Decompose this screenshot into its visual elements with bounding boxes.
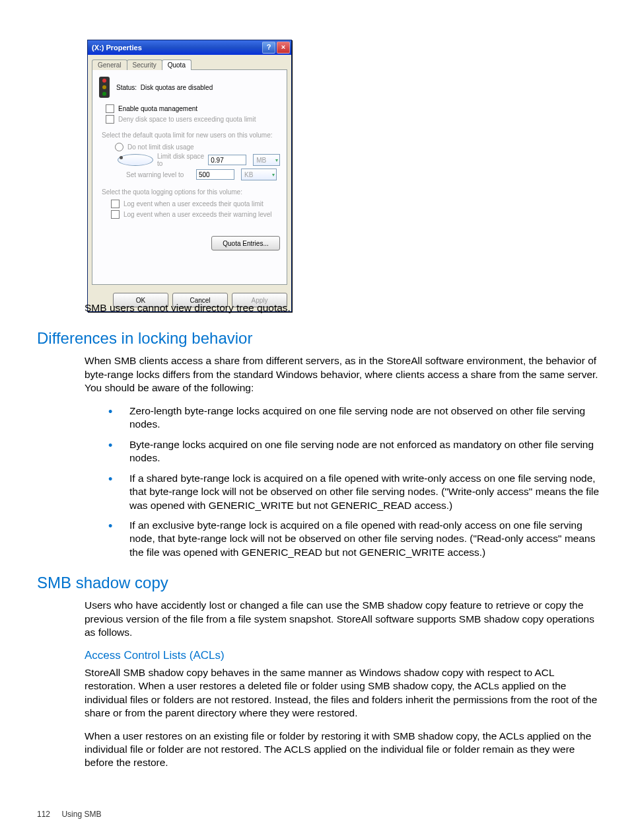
limit-unit-select[interactable]: MB ▾	[253, 154, 280, 166]
log-warn-checkbox[interactable]	[111, 210, 120, 219]
list-item: If a shared byte-range lock is acquired …	[108, 472, 604, 512]
limit-radio[interactable]	[118, 154, 153, 166]
select-logging-label: Select the quota logging options for thi…	[102, 188, 280, 196]
smb-note: SMB users cannot view directory tree quo…	[85, 301, 604, 315]
log-quota-label: Log event when a user exceeds their quot…	[123, 200, 263, 208]
footer-section: Using SMB	[61, 810, 101, 819]
log-quota-checkbox[interactable]	[111, 200, 120, 208]
page-number: 112	[37, 810, 50, 819]
diff-para: When SMB clients access a share from dif…	[85, 354, 604, 395]
select-default-label: Select the default quota limit for new u…	[102, 132, 280, 139]
properties-dialog: (X:) Properties ? × General Security Quo…	[87, 40, 292, 312]
acl-para-2: When a user restores on an existing file…	[85, 730, 604, 770]
window-title: (X:) Properties	[92, 44, 261, 52]
tab-security[interactable]: Security	[127, 59, 162, 70]
chevron-down-icon: ▾	[272, 172, 275, 178]
limit-unit-value: MB	[256, 157, 266, 164]
diff-bullets: Zero-length byte-range locks acquired on…	[108, 404, 604, 560]
heading-differences: Differences in locking behavior	[37, 329, 604, 348]
log-warn-label: Log event when a user exceeds their warn…	[123, 211, 272, 218]
warn-label: Set warning level to	[126, 171, 192, 178]
list-item: Byte-range locks acquired on one file se…	[108, 438, 604, 465]
tab-general[interactable]: General	[92, 59, 127, 70]
acl-para-1: StoreAll SMB shadow copy behaves in the …	[85, 666, 604, 720]
enable-quota-checkbox[interactable]	[106, 104, 114, 113]
close-button[interactable]: ×	[277, 42, 290, 54]
tab-strip: General Security Quota	[92, 59, 287, 70]
traffic-light-icon	[99, 77, 110, 98]
enable-quota-label: Enable quota management	[118, 105, 197, 112]
list-item: Zero-length byte-range locks acquired on…	[108, 404, 604, 432]
shadow-para: Users who have accidently lost or change…	[85, 599, 604, 639]
no-limit-label: Do not limit disk usage	[127, 143, 194, 151]
limit-input[interactable]	[208, 155, 246, 165]
warn-unit-value: KB	[244, 171, 253, 178]
no-limit-radio[interactable]	[115, 143, 123, 151]
deny-space-checkbox[interactable]	[106, 115, 114, 124]
titlebar[interactable]: (X:) Properties ? ×	[88, 40, 291, 55]
warn-unit-select[interactable]: KB ▾	[241, 169, 277, 180]
status-value: Disk quotas are disabled	[141, 84, 213, 91]
help-button[interactable]: ?	[262, 42, 275, 54]
list-item: If an exclusive byte-range lock is acqui…	[108, 519, 604, 559]
warn-input[interactable]	[196, 169, 234, 180]
heading-acl: Access Control Lists (ACLs)	[85, 649, 604, 662]
chevron-down-icon: ▾	[275, 157, 278, 163]
status-label: Status:	[116, 84, 137, 91]
document-body: SMB users cannot view directory tree quo…	[37, 301, 604, 779]
quota-panel: Status: Disk quotas are disabled Enable …	[92, 69, 287, 285]
page-footer: 112 Using SMB	[37, 810, 101, 819]
heading-shadow: SMB shadow copy	[37, 574, 604, 592]
deny-space-label: Deny disk space to users exceeding quota…	[118, 116, 256, 123]
quota-entries-button[interactable]: Quota Entries...	[211, 236, 280, 250]
tab-quota[interactable]: Quota	[162, 59, 192, 70]
limit-label: Limit disk space to	[157, 153, 204, 167]
